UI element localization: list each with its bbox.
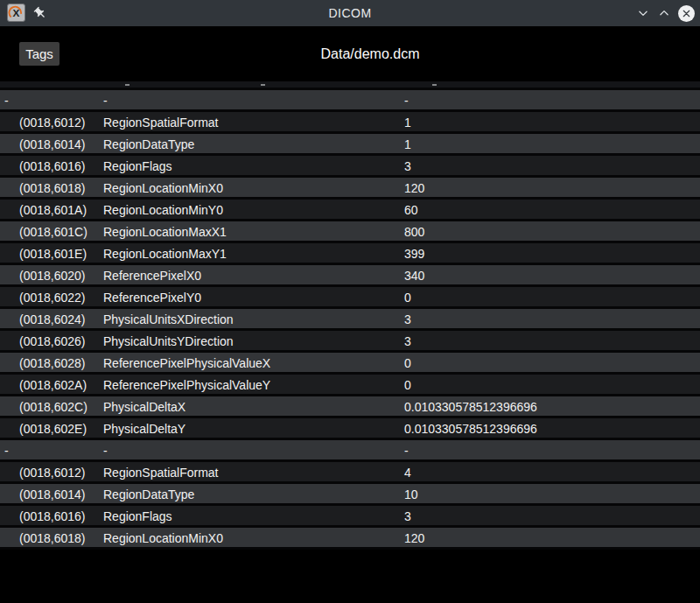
table-row[interactable]: (0018,6012)RegionSpatialFormat1 bbox=[0, 112, 700, 134]
name-cell: RegionLocationMaxX1 bbox=[103, 221, 227, 243]
value-cell: 120 bbox=[404, 528, 424, 550]
name-cell: PhysicalUnitsYDirection bbox=[103, 331, 234, 353]
name-cell: ReferencePixelPhysicalValueX bbox=[103, 353, 270, 375]
table-row[interactable]: (0018,6018)RegionLocationMinX0120 bbox=[0, 178, 700, 200]
chevron-up-icon bbox=[658, 7, 670, 19]
value-cell: - bbox=[404, 440, 409, 462]
name-cell: RegionLocationMinY0 bbox=[103, 200, 223, 221]
tag-cell: (0018,6012) bbox=[19, 112, 86, 134]
value-cell: 3 bbox=[404, 156, 411, 178]
window-title: DICOM bbox=[0, 6, 700, 20]
value-cell: 399 bbox=[404, 243, 424, 265]
name-cell: RegionDataType bbox=[103, 484, 194, 506]
table-row[interactable]: (0018,6016)RegionFlags3 bbox=[0, 506, 700, 528]
value-cell: 4 bbox=[404, 462, 411, 484]
tag-cell: (0018,6022) bbox=[19, 287, 86, 309]
table-row[interactable]: (0018,602C)PhysicalDeltaX0.0103305785123… bbox=[0, 396, 700, 418]
tag-table: ---(0018,6012)RegionSpatialFormat1(0018,… bbox=[0, 81, 700, 603]
table-row[interactable]: (0018,601A)RegionLocationMinY060 bbox=[0, 200, 700, 221]
tag-cell: (0018,6026) bbox=[19, 331, 86, 353]
table-row[interactable]: (0018,6012)RegionSpatialFormat4 bbox=[0, 462, 700, 484]
value-cell: 1 bbox=[404, 112, 411, 134]
table-row[interactable]: (0018,6026)PhysicalUnitsYDirection3 bbox=[0, 331, 700, 353]
value-cell: 800 bbox=[404, 221, 424, 243]
name-cell: RegionLocationMinX0 bbox=[103, 178, 223, 200]
clipped-text-fragment bbox=[125, 84, 130, 86]
name-cell: RegionFlags bbox=[103, 156, 172, 178]
name-cell: PhysicalUnitsXDirection bbox=[103, 309, 234, 331]
tag-cell: - bbox=[4, 90, 9, 112]
tag-cell: (0018,6024) bbox=[19, 309, 86, 331]
maximize-button[interactable] bbox=[657, 6, 671, 20]
name-cell: RegionFlags bbox=[103, 506, 172, 528]
dicom-window: X DICOM bbox=[0, 0, 700, 603]
tag-cell: (0018,602E) bbox=[19, 418, 87, 440]
tag-cell: (0018,601E) bbox=[19, 243, 87, 265]
window-controls bbox=[636, 0, 695, 26]
table-row[interactable]: (0018,601C)RegionLocationMaxX1800 bbox=[0, 221, 700, 243]
table-row[interactable]: (0018,6014)RegionDataType10 bbox=[0, 484, 700, 506]
tag-cell: (0018,6028) bbox=[19, 353, 86, 375]
value-cell: 0.010330578512396696 bbox=[404, 418, 537, 440]
value-cell: 3 bbox=[404, 331, 411, 353]
value-cell: 0 bbox=[404, 353, 411, 375]
clipped-text-fragment bbox=[261, 84, 265, 86]
tag-cell: (0018,6014) bbox=[19, 484, 86, 506]
group-separator-row[interactable]: --- bbox=[0, 90, 700, 112]
tag-cell: (0018,6012) bbox=[19, 462, 86, 484]
toolbar-header: Tags Data/demo.dcm bbox=[0, 26, 700, 81]
name-cell: RegionLocationMaxY1 bbox=[103, 243, 227, 265]
value-cell: 120 bbox=[404, 178, 424, 200]
value-cell: 60 bbox=[404, 200, 418, 221]
table-row[interactable]: (0018,6016)RegionFlags3 bbox=[0, 156, 700, 178]
file-path-title: Data/demo.dcm bbox=[0, 46, 700, 62]
value-cell: 3 bbox=[404, 506, 411, 528]
clipped-row bbox=[0, 81, 700, 90]
name-cell: RegionDataType bbox=[103, 134, 194, 156]
value-cell: 0.010330578512396696 bbox=[404, 396, 537, 418]
name-cell: - bbox=[103, 440, 108, 462]
close-x-icon bbox=[682, 9, 691, 18]
tag-cell: (0018,6014) bbox=[19, 134, 86, 156]
name-cell: PhysicalDeltaY bbox=[103, 418, 186, 440]
tag-cell: (0018,6016) bbox=[19, 506, 86, 528]
tag-cell: - bbox=[4, 440, 9, 462]
value-cell: 1 bbox=[404, 134, 411, 156]
name-cell: - bbox=[103, 90, 108, 112]
minimize-button[interactable] bbox=[636, 6, 650, 20]
value-cell: 0 bbox=[404, 375, 411, 396]
table-row[interactable]: (0018,6014)RegionDataType1 bbox=[0, 134, 700, 156]
tag-cell: (0018,601A) bbox=[19, 200, 87, 221]
value-cell: 3 bbox=[404, 309, 411, 331]
table-row[interactable]: (0018,602A)ReferencePixelPhysicalValueY0 bbox=[0, 375, 700, 396]
tag-table-body: ---(0018,6012)RegionSpatialFormat1(0018,… bbox=[0, 90, 700, 550]
value-cell: - bbox=[404, 90, 409, 112]
name-cell: RegionLocationMinX0 bbox=[103, 528, 223, 550]
name-cell: ReferencePixelY0 bbox=[103, 287, 201, 309]
titlebar: X DICOM bbox=[0, 0, 700, 26]
tag-cell: (0018,602A) bbox=[19, 375, 87, 396]
name-cell: ReferencePixelX0 bbox=[103, 265, 201, 287]
name-cell: PhysicalDeltaX bbox=[103, 396, 186, 418]
tag-cell: (0018,6018) bbox=[19, 528, 86, 550]
close-button[interactable] bbox=[678, 5, 695, 22]
table-row[interactable]: (0018,6020)ReferencePixelX0340 bbox=[0, 265, 700, 287]
table-row[interactable]: (0018,6028)ReferencePixelPhysicalValueX0 bbox=[0, 353, 700, 375]
tag-cell: (0018,601C) bbox=[19, 221, 88, 243]
table-row[interactable]: (0018,602E)PhysicalDeltaY0.0103305785123… bbox=[0, 418, 700, 440]
tag-cell: (0018,6016) bbox=[19, 156, 86, 178]
name-cell: ReferencePixelPhysicalValueY bbox=[103, 375, 270, 396]
table-row[interactable]: (0018,6022)ReferencePixelY00 bbox=[0, 287, 700, 309]
table-row[interactable]: (0018,6018)RegionLocationMinX0120 bbox=[0, 528, 700, 550]
tag-cell: (0018,6020) bbox=[19, 265, 86, 287]
clipped-text-fragment bbox=[432, 84, 437, 86]
chevron-down-icon bbox=[637, 7, 649, 19]
name-cell: RegionSpatialFormat bbox=[103, 462, 219, 484]
group-separator-row[interactable]: --- bbox=[0, 440, 700, 462]
tag-cell: (0018,602C) bbox=[19, 396, 88, 418]
tag-cell: (0018,6018) bbox=[19, 178, 86, 200]
value-cell: 10 bbox=[404, 484, 418, 506]
table-row[interactable]: (0018,6024)PhysicalUnitsXDirection3 bbox=[0, 309, 700, 331]
table-row[interactable]: (0018,601E)RegionLocationMaxY1399 bbox=[0, 243, 700, 265]
value-cell: 0 bbox=[404, 287, 411, 309]
